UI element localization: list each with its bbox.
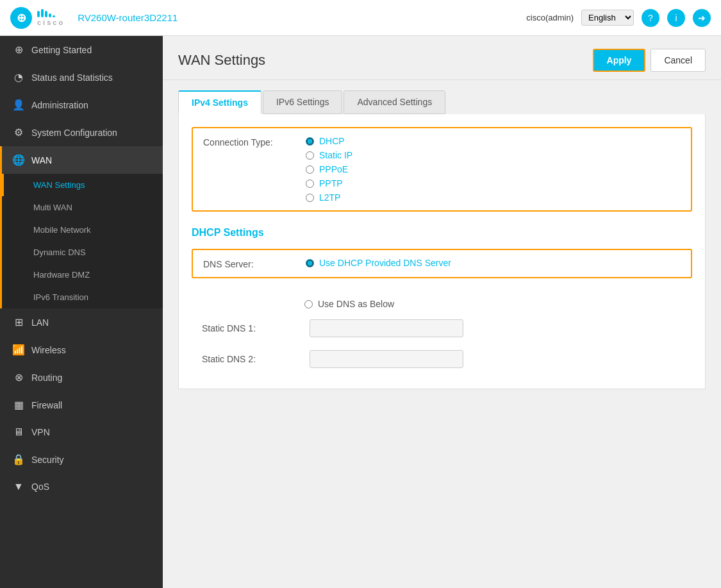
sidebar-label-status: Status and Statistics (31, 72, 113, 83)
sidebar-item-system-configuration[interactable]: ⚙ System Configuration (0, 119, 163, 146)
sidebar-label-lan: LAN (31, 317, 49, 328)
connection-l2tp-option[interactable]: L2TP (306, 192, 352, 203)
logo-area: ⊕ cisco RV260W-router3D2211 (10, 7, 178, 29)
use-dns-below-radio[interactable] (304, 300, 313, 308)
status-icon: ◔ (12, 71, 25, 83)
page-header: WAN Settings Apply Cancel (163, 36, 721, 80)
sidebar-item-qos[interactable]: ▼ QoS (0, 473, 163, 500)
tabs-bar: IPv4 Settings IPv6 Settings Advanced Set… (163, 80, 721, 114)
apply-button[interactable]: Apply (593, 49, 646, 72)
sidebar-label-firewall: Firewall (31, 400, 62, 410)
sidebar-sub-multi-wan[interactable]: Multi WAN (2, 196, 163, 219)
sidebar-item-getting-started[interactable]: ⊕ Getting Started (0, 36, 163, 63)
wan-settings-label: WAN Settings (33, 180, 85, 190)
connection-type-label: Connection Type: (203, 136, 306, 147)
dns-server-section: DNS Server: Use DHCP Provided DNS Server (192, 249, 692, 278)
sidebar-item-vpn[interactable]: 🖥 VPN (0, 419, 163, 446)
mobile-network-label: Mobile Network (33, 225, 91, 235)
use-dhcp-dns-option[interactable]: Use DHCP Provided DNS Server (306, 258, 451, 268)
sidebar-item-administration[interactable]: 👤 Administration (0, 91, 163, 119)
user-label: cisco(admin) (526, 13, 574, 22)
content-area: WAN Settings Apply Cancel IPv4 Settings … (163, 36, 721, 588)
hardware-dmz-label: Hardware DMZ (33, 270, 90, 280)
cisco-logo: cisco (37, 19, 65, 26)
wireless-icon: 📶 (12, 344, 25, 356)
dhcp-radio[interactable] (306, 137, 314, 146)
tab-advanced[interactable]: Advanced Settings (344, 90, 445, 114)
static-dns1-label: Static DNS 1: (202, 323, 304, 333)
sidebar-item-wireless[interactable]: 📶 Wireless (0, 336, 163, 364)
system-config-icon: ⚙ (12, 126, 25, 139)
logout-button[interactable]: ➜ (693, 9, 711, 27)
router-name: RV260W-router3D2211 (78, 12, 178, 23)
routing-icon: ⊗ (12, 371, 25, 383)
top-header: ⊕ cisco RV260W-router3D2211 cisco(admin)… (0, 0, 721, 36)
sidebar-sub-dynamic-dns[interactable]: Dynamic DNS (2, 241, 163, 264)
getting-started-icon: ⊕ (12, 44, 25, 56)
wan-submenu: WAN Settings Multi WAN Mobile Network Dy… (0, 174, 163, 308)
sidebar-label-wireless: Wireless (31, 345, 66, 355)
static-dns1-input[interactable] (310, 319, 463, 337)
sidebar-label-qos: QoS (31, 482, 49, 492)
tab-ipv6[interactable]: IPv6 Settings (263, 90, 343, 114)
sidebar-label-admin: Administration (31, 100, 88, 110)
dns-server-label: DNS Server: (203, 258, 306, 269)
use-dns-below-row: Use DNS as Below (192, 294, 692, 314)
lan-icon: ⊞ (12, 316, 25, 328)
sidebar-sub-hardware-dmz[interactable]: Hardware DMZ (2, 264, 163, 286)
use-dns-below-label: Use DNS as Below (318, 299, 394, 309)
header-buttons: Apply Cancel (593, 49, 706, 72)
connection-dhcp-option[interactable]: DHCP (306, 136, 352, 146)
l2tp-radio[interactable] (306, 194, 314, 202)
language-select[interactable]: English Chinese Spanish (581, 10, 634, 26)
content-body: Connection Type: DHCP Static IP PPPoE (178, 114, 706, 389)
wan-icon: 🌐 (12, 154, 25, 166)
sidebar-item-firewall[interactable]: ▦ Firewall (0, 391, 163, 419)
security-icon: 🔒 (12, 453, 25, 466)
ipv6-transition-label: IPv6 Transition (33, 292, 88, 302)
dns-server-options: Use DHCP Provided DNS Server (306, 258, 451, 268)
sidebar-label-wan: WAN (31, 155, 52, 165)
tab-ipv4[interactable]: IPv4 Settings (178, 90, 261, 114)
pppoe-label: PPPoE (319, 164, 348, 174)
help-button[interactable]: ? (642, 9, 659, 27)
sidebar-item-security[interactable]: 🔒 Security (0, 446, 163, 473)
static-dns2-row: Static DNS 2: (192, 345, 692, 373)
static-dns2-label: Static DNS 2: (202, 354, 304, 364)
connection-type-options: DHCP Static IP PPPoE PPTP (306, 136, 352, 203)
pppoe-radio[interactable] (306, 165, 314, 174)
vpn-icon: 🖥 (12, 426, 25, 438)
sidebar-label-system-config: System Configuration (31, 128, 117, 138)
pptp-radio[interactable] (306, 180, 314, 188)
sidebar-sub-mobile-network[interactable]: Mobile Network (2, 219, 163, 241)
static-dns2-input[interactable] (310, 350, 463, 368)
static-dns1-row: Static DNS 1: (192, 314, 692, 342)
static-ip-label: Static IP (319, 150, 352, 160)
sidebar-item-status-statistics[interactable]: ◔ Status and Statistics (0, 63, 163, 91)
connection-pppoe-option[interactable]: PPPoE (306, 164, 352, 174)
firewall-icon: ▦ (12, 399, 25, 411)
sidebar-item-wan[interactable]: 🌐 WAN (0, 146, 163, 174)
cancel-button[interactable]: Cancel (651, 49, 706, 72)
header-right: cisco(admin) English Chinese Spanish ? i… (526, 9, 711, 27)
page-title: WAN Settings (178, 52, 265, 69)
use-dhcp-dns-radio[interactable] (306, 259, 314, 267)
sidebar-label-getting-started: Getting Started (31, 45, 92, 55)
sidebar-sub-wan-settings[interactable]: WAN Settings (2, 174, 163, 196)
info-button[interactable]: i (667, 9, 685, 27)
admin-icon: 👤 (12, 99, 25, 111)
sidebar-label-security: Security (31, 455, 64, 465)
multi-wan-label: Multi WAN (33, 203, 72, 212)
static-ip-radio[interactable] (306, 151, 314, 160)
sidebar-sub-ipv6-transition[interactable]: IPv6 Transition (2, 286, 163, 308)
l2tp-label: L2TP (319, 192, 340, 203)
sidebar-item-lan[interactable]: ⊞ LAN (0, 308, 163, 336)
sidebar-label-vpn: VPN (31, 427, 50, 437)
pptp-label: PPTP (319, 178, 343, 189)
qos-icon: ▼ (12, 481, 25, 492)
connection-pptp-option[interactable]: PPTP (306, 178, 352, 189)
sidebar-item-routing[interactable]: ⊗ Routing (0, 364, 163, 391)
connection-static-option[interactable]: Static IP (306, 150, 352, 160)
dhcp-label: DHCP (319, 136, 345, 146)
app-icon: ⊕ (10, 7, 32, 29)
